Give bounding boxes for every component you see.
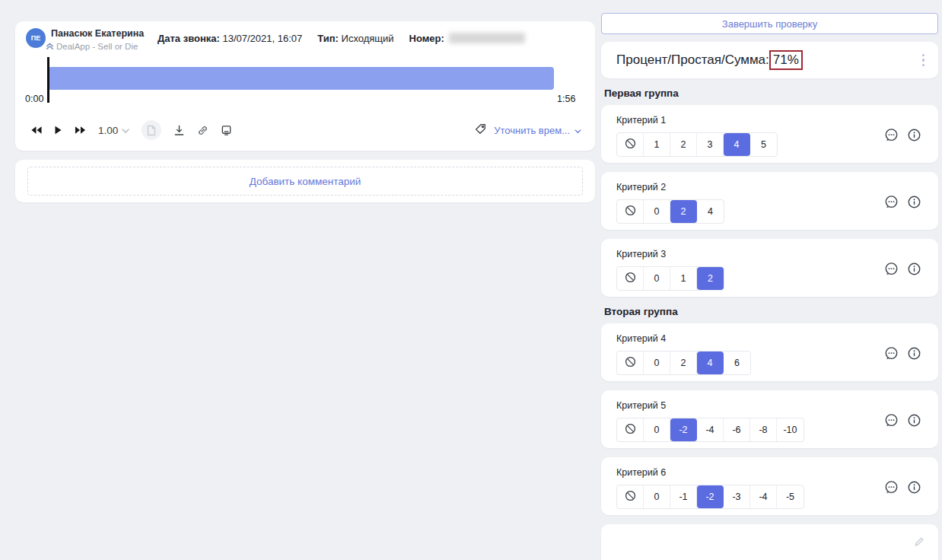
criteria-groups: Первая группа Критерий 1 12345 [601,88,938,515]
review-comment-textarea[interactable] [601,524,938,560]
score-option-1[interactable]: 1 [644,133,670,156]
score-option-4[interactable]: 4 [697,352,724,374]
ban-option-button[interactable] [617,352,644,374]
score-card: Процент/Простая/Сумма: 71% [601,42,938,78]
criterion-comment-button[interactable] [884,480,899,497]
playback-speed-select[interactable]: 1.00 [98,125,129,136]
audio-progress-bar[interactable] [49,67,554,90]
score-option-6[interactable]: 6 [724,352,750,374]
score-option--4[interactable]: -4 [750,485,777,508]
monitor-button[interactable] [221,125,232,136]
score-option-0[interactable]: 0 [644,200,670,223]
score-option--5[interactable]: -5 [777,485,804,508]
info-icon [907,480,921,497]
agent-info: Панасюк Екатерина DealApp - Sell or Die [51,28,141,53]
group-title: Вторая группа [604,306,938,317]
score-option--1[interactable]: -1 [670,485,697,508]
ban-icon [625,423,636,437]
info-icon [907,413,921,430]
score-option--6[interactable]: -6 [724,418,750,441]
score-option-2[interactable]: 2 [697,267,724,290]
ban-option-button[interactable] [617,200,644,223]
score-option-0[interactable]: 0 [644,418,670,441]
score-option-3[interactable]: 3 [697,133,724,156]
score-option-4[interactable]: 4 [697,200,724,223]
criterion-info-button[interactable] [907,262,921,278]
add-comment-button[interactable]: Добавить комментарий [27,167,583,196]
criterion-comment-button[interactable] [884,262,899,278]
score-options: 024 [616,199,724,224]
info-icon [907,195,921,212]
call-type: Тип: Исходящий [317,33,393,44]
criterion-name: Критерий 3 [616,249,938,259]
ban-icon [625,490,636,504]
play-button[interactable] [54,126,62,135]
score-option-0[interactable]: 0 [644,485,670,508]
criterion-name: Критерий 5 [616,400,938,411]
score-option--3[interactable]: -3 [724,485,750,508]
score-option-2[interactable]: 2 [670,352,697,374]
criterion-name: Критерий 2 [616,182,938,192]
clarify-time-dropdown[interactable]: Уточнить врем... [494,125,581,136]
ban-option-button[interactable] [617,133,644,156]
chevron-down-icon [122,125,129,136]
score-option-2[interactable]: 2 [670,133,697,156]
time-current: 0:00 [25,94,43,104]
player-controls: 1.00 [30,119,581,142]
criterion-info-button[interactable] [907,195,921,212]
score-option-5[interactable]: 5 [750,133,777,156]
ban-option-button[interactable] [617,267,644,290]
criterion-card: Критерий 6 0-1-2-3-4-5 [601,457,938,515]
ban-option-button[interactable] [617,418,644,441]
call-player-card: ПЕ Панасюк Екатерина DealApp - Sell or D… [15,21,595,151]
score-option-2[interactable]: 2 [670,200,697,223]
comment-bubble-icon [884,262,899,278]
criterion-info-button[interactable] [907,480,921,497]
comment-bubble-icon [884,480,899,497]
group-criteria: Критерий 4 0246 [601,323,938,515]
call-header: ПЕ Панасюк Екатерина DealApp - Sell or D… [26,28,584,53]
criterion-comment-button[interactable] [884,413,899,430]
download-button[interactable] [173,125,185,136]
criterion-comment-button[interactable] [884,346,899,363]
ban-icon [625,272,636,285]
comment-section-card: Добавить комментарий [15,160,595,202]
score-option-4[interactable]: 4 [724,133,750,156]
score-option-0[interactable]: 0 [644,267,670,290]
phone-number-redacted [449,33,525,43]
link-button[interactable] [197,125,208,136]
score-option--2[interactable]: -2 [670,418,697,441]
criterion-name: Критерий 6 [616,467,938,478]
group-title: Первая группа [604,88,938,99]
team-name: DealApp - Sell or Die [56,42,138,51]
criterion-card: Критерий 2 024 [601,172,938,230]
pencil-icon [914,536,924,550]
criterion-info-button[interactable] [907,128,921,145]
criterion-comment-button[interactable] [884,128,899,145]
comment-bubble-icon [884,346,899,363]
criterion-info-button[interactable] [907,413,921,430]
criterion-info-button[interactable] [907,346,921,363]
finish-review-button[interactable]: Завершить проверку [601,13,938,34]
info-icon [907,346,921,363]
criterion-comment-button[interactable] [884,195,899,212]
criterion-card: Критерий 4 0246 [601,323,938,381]
score-option--2[interactable]: -2 [697,485,724,508]
score-value: 71% [769,50,803,70]
info-icon [907,262,921,278]
agent-name: Панасюк Екатерина [51,28,141,39]
kebab-menu-button[interactable] [918,49,930,72]
score-option-1[interactable]: 1 [670,267,697,290]
score-option--8[interactable]: -8 [750,418,777,441]
transcript-file-button[interactable] [142,120,161,140]
score-label: Процент/Простая/Сумма: [616,52,769,68]
score-option--4[interactable]: -4 [697,418,724,441]
score-options: 0-2-4-6-8-10 [616,418,804,442]
criteria-group: Первая группа Критерий 1 12345 [601,88,938,297]
rewind-button[interactable] [30,126,42,135]
score-option--10[interactable]: -10 [777,418,804,441]
criteria-group: Вторая группа Критерий 4 0246 [601,306,938,515]
fast-forward-button[interactable] [75,126,86,135]
ban-option-button[interactable] [617,485,644,508]
score-option-0[interactable]: 0 [644,352,670,374]
